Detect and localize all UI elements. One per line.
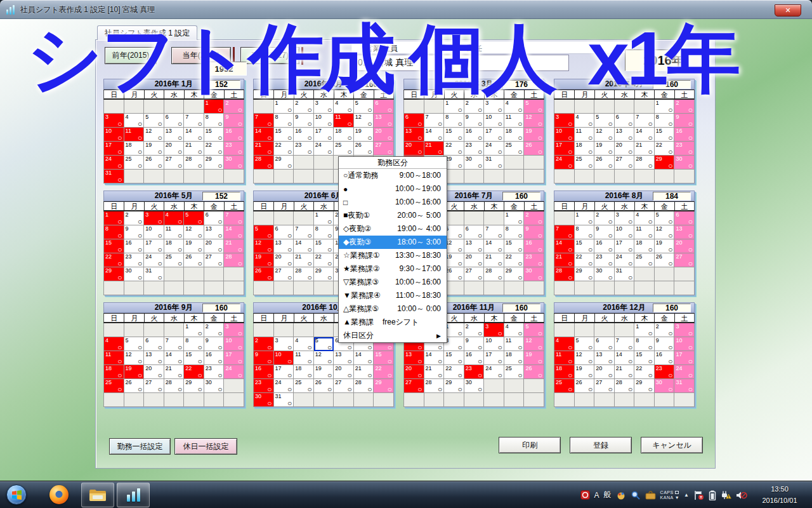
day-cell[interactable]: 9○ xyxy=(594,225,615,239)
day-cell[interactable]: 17○ xyxy=(554,142,575,156)
day-cell[interactable]: 29○ xyxy=(374,379,394,393)
day-cell[interactable]: 27○ xyxy=(374,142,394,156)
menu-item[interactable]: □10:00～16:00 xyxy=(339,196,447,209)
day-cell[interactable]: 2○ xyxy=(254,337,274,351)
day-cell[interactable]: 7○ xyxy=(424,114,445,128)
day-cell[interactable]: 14○ xyxy=(164,351,185,365)
day-cell[interactable]: 16○ xyxy=(464,128,485,142)
day-cell[interactable]: 26○ xyxy=(314,379,334,393)
day-cell[interactable]: 19○ xyxy=(184,239,204,253)
day-cell[interactable]: 21○ xyxy=(294,253,314,267)
day-cell[interactable]: 23○ xyxy=(124,253,145,267)
menu-item[interactable]: ☆業務課①13:30～18:30 xyxy=(339,249,447,262)
bulk-holiday-button[interactable]: 休日一括設定 xyxy=(174,438,237,455)
day-cell[interactable]: 20○ xyxy=(464,253,485,267)
day-cell[interactable]: 10○ xyxy=(484,337,504,351)
day-cell[interactable]: 9○ xyxy=(524,225,544,239)
day-cell[interactable]: 14○ xyxy=(634,128,655,142)
day-cell[interactable]: 30○ xyxy=(464,379,485,393)
day-cell[interactable]: 14○ xyxy=(615,351,635,365)
day-cell[interactable]: 15○ xyxy=(314,239,334,253)
day-cell[interactable]: 30○ xyxy=(224,156,244,170)
day-cell[interactable]: 15○ xyxy=(504,239,525,253)
day-cell[interactable]: 26○ xyxy=(354,142,374,156)
day-cell[interactable]: 25○ xyxy=(554,379,575,393)
day-cell[interactable]: 19○ xyxy=(254,253,274,267)
action-center-flag-icon[interactable] xyxy=(693,490,704,500)
day-cell[interactable]: 26○ xyxy=(144,156,164,170)
day-cell[interactable]: 19○ xyxy=(524,128,544,142)
day-cell[interactable]: 14○ xyxy=(224,225,244,239)
day-cell[interactable]: 16○ xyxy=(464,351,485,365)
day-cell[interactable]: 7○ xyxy=(634,114,655,128)
day-cell[interactable]: 12○ xyxy=(184,225,204,239)
day-cell[interactable]: 17○ xyxy=(274,365,294,379)
day-cell[interactable]: 8○ xyxy=(274,114,294,128)
day-cell[interactable]: 6○ xyxy=(464,225,485,239)
day-cell[interactable]: 5○ xyxy=(184,211,204,225)
day-cell[interactable]: 20○ xyxy=(404,365,424,379)
day-cell[interactable]: 12○ xyxy=(594,128,615,142)
day-cell[interactable]: 30○ xyxy=(254,393,274,407)
day-cell[interactable]: 15○ xyxy=(374,351,394,365)
day-cell[interactable]: 16○ xyxy=(224,128,244,142)
day-cell[interactable]: 27○ xyxy=(204,253,225,267)
day-cell[interactable]: 20○ xyxy=(615,142,635,156)
show-hidden-icons-button[interactable]: ▲ xyxy=(684,492,689,498)
day-cell[interactable]: 23○ xyxy=(224,142,244,156)
day-cell[interactable]: 15○ xyxy=(204,128,225,142)
day-cell[interactable]: 1○ xyxy=(184,323,204,337)
day-cell[interactable]: 8○ xyxy=(444,114,464,128)
day-cell[interactable]: 31○ xyxy=(674,379,695,393)
explorer-taskbar-button[interactable] xyxy=(81,483,114,507)
day-cell[interactable]: 27○ xyxy=(144,379,164,393)
day-cell[interactable]: 27○ xyxy=(164,156,185,170)
menu-item[interactable]: ●10:00～19:00 xyxy=(339,182,447,196)
day-cell[interactable]: 6○ xyxy=(615,114,635,128)
ime-kanji-indicator[interactable]: 般 xyxy=(604,490,612,500)
day-cell[interactable]: 13○ xyxy=(204,225,225,239)
day-cell[interactable]: 1○ xyxy=(634,323,655,337)
day-cell[interactable]: 5○ xyxy=(314,337,334,351)
day-cell[interactable]: 8○ xyxy=(655,114,675,128)
day-cell[interactable]: 22○ xyxy=(504,253,525,267)
day-cell[interactable]: 22○ xyxy=(634,365,655,379)
day-cell[interactable]: 6○ xyxy=(404,114,424,128)
day-cell[interactable]: 12○ xyxy=(144,128,164,142)
day-cell[interactable]: 28○ xyxy=(254,156,274,170)
day-cell[interactable]: 15○ xyxy=(634,351,655,365)
day-cell[interactable]: 9○ xyxy=(464,337,485,351)
day-cell[interactable]: 4○ xyxy=(294,337,314,351)
day-cell[interactable]: 27○ xyxy=(274,267,294,281)
day-cell[interactable]: 27○ xyxy=(334,379,354,393)
day-cell[interactable]: 25○ xyxy=(634,253,655,267)
day-cell[interactable]: 28○ xyxy=(634,156,655,170)
day-cell[interactable]: 16○ xyxy=(524,239,544,253)
day-cell[interactable]: 28○ xyxy=(354,379,374,393)
day-cell[interactable]: 25○ xyxy=(104,379,124,393)
cancel-button[interactable]: キャンセル xyxy=(641,437,703,453)
day-cell[interactable]: 1○ xyxy=(314,211,334,225)
day-cell[interactable]: 15○ xyxy=(444,128,464,142)
day-cell[interactable]: 30○ xyxy=(124,267,145,281)
day-cell[interactable]: 24○ xyxy=(314,142,334,156)
day-cell[interactable]: 20○ xyxy=(374,128,394,142)
day-cell[interactable]: 3○ xyxy=(314,100,334,114)
menu-item[interactable]: ◇夜勤②19:00～ 4:00 xyxy=(339,222,447,236)
day-cell[interactable]: 2○ xyxy=(655,323,675,337)
day-cell[interactable]: 22○ xyxy=(204,142,225,156)
day-cell[interactable]: 22○ xyxy=(655,142,675,156)
volume-muted-icon[interactable] xyxy=(736,490,747,500)
day-cell[interactable]: 26○ xyxy=(594,156,615,170)
day-cell[interactable]: 26○ xyxy=(124,379,145,393)
day-cell[interactable]: 8○ xyxy=(575,225,595,239)
day-cell[interactable]: 3○ xyxy=(484,100,504,114)
day-cell[interactable]: 24○ xyxy=(224,365,244,379)
day-cell[interactable]: 3○ xyxy=(484,323,504,337)
day-cell[interactable]: 18○ xyxy=(124,142,145,156)
day-cell[interactable]: 9○ xyxy=(254,351,274,365)
day-cell[interactable]: 29○ xyxy=(314,267,334,281)
day-cell[interactable]: 16○ xyxy=(254,365,274,379)
day-cell[interactable]: 16○ xyxy=(204,351,225,365)
day-cell[interactable]: 10○ xyxy=(274,351,294,365)
